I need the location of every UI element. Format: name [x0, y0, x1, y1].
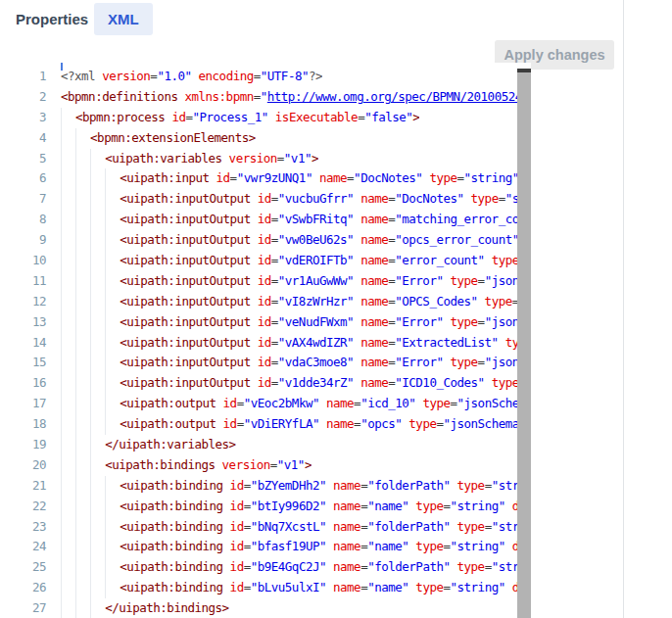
code-line-text: <uipath:input id="vwr9zUNQ1" name="DocNo… — [61, 168, 517, 189]
scrollbar-thumb[interactable] — [517, 69, 531, 618]
code-line[interactable]: 7<uipath:inputOutput id="vucbuGfrr" name… — [0, 189, 517, 210]
code-line[interactable]: 19</uipath:variables> — [0, 435, 517, 455]
code-line-text: <bpmn:process id="Process_1" isExecutabl… — [61, 108, 419, 128]
code-line-text: <uipath:inputOutput id="vAX4wdIZR" name=… — [61, 333, 517, 354]
editor-scrollbar[interactable] — [517, 63, 531, 618]
line-number: 9 — [0, 230, 46, 251]
indent-guide — [90, 455, 105, 476]
code-line-text: <uipath:inputOutput id="v1dde34rZ" name=… — [61, 373, 517, 394]
code-line[interactable]: 1<?xml version="1.0" encoding="UTF-8"?> — [0, 67, 517, 87]
indent-guide — [105, 557, 120, 578]
code-line[interactable]: 6<uipath:input id="vwr9zUNQ1" name="DocN… — [0, 168, 517, 189]
indent-guide — [75, 414, 90, 435]
indent-guide — [90, 557, 105, 578]
code-line-text: <uipath:binding id="bfasf19UP" name="nam… — [61, 537, 517, 557]
indent-guide — [61, 271, 75, 292]
line-number: 6 — [0, 168, 46, 189]
code-lines: 1<?xml version="1.0" encoding="UTF-8"?>2… — [0, 67, 517, 618]
code-line-text: <uipath:variables version="v1"> — [61, 149, 318, 169]
code-line-text: <uipath:inputOutput id="vr1AuGwWw" name=… — [61, 271, 517, 292]
indent-guide — [90, 230, 105, 251]
indent-guide — [61, 292, 75, 312]
indent-guide — [75, 149, 90, 169]
code-line[interactable]: 24<uipath:binding id="bfasf19UP" name="n… — [0, 537, 517, 557]
line-number: 26 — [0, 578, 46, 598]
code-line[interactable]: 18<uipath:output id="vDiERYfLA" name="op… — [0, 414, 517, 435]
code-line[interactable]: 2<bpmn:definitions xmlns:bpmn="http://ww… — [0, 87, 517, 108]
code-line[interactable]: 27</uipath:bindings> — [0, 598, 517, 618]
indent-guide — [75, 373, 90, 394]
indent-guide — [61, 210, 75, 230]
indent-guide — [61, 414, 75, 435]
code-line[interactable]: 23<uipath:binding id="bNq7XcstL" name="f… — [0, 517, 517, 538]
code-line-text: <uipath:binding id="bNq7XcstL" name="fol… — [61, 517, 517, 538]
code-line[interactable]: 21<uipath:binding id="bZYemDHh2" name="f… — [0, 476, 517, 497]
line-number: 5 — [0, 149, 46, 169]
code-line-text: <uipath:output id="vDiERYfLA" name="opcs… — [61, 414, 517, 435]
indent-guide — [61, 476, 75, 497]
tab-properties[interactable]: Properties — [2, 3, 102, 35]
code-line-text: <uipath:inputOutput id="vdEROIFTb" name=… — [61, 251, 517, 271]
indent-guide — [75, 271, 90, 292]
code-line-text: </uipath:bindings> — [61, 598, 229, 618]
code-line-text: <uipath:inputOutput id="veNudFWxm" name=… — [61, 312, 517, 333]
indent-guide — [90, 168, 105, 189]
code-line[interactable]: 11<uipath:inputOutput id="vr1AuGwWw" nam… — [0, 271, 517, 292]
indent-guide — [105, 373, 120, 394]
indent-guide — [105, 394, 120, 414]
code-line[interactable]: 8<uipath:inputOutput id="vSwbFRitq" name… — [0, 210, 517, 230]
indent-guide — [75, 292, 90, 312]
code-line[interactable]: 9<uipath:inputOutput id="vw0BeU62s" name… — [0, 230, 517, 251]
indent-guide — [61, 353, 75, 373]
indent-guide — [75, 517, 90, 538]
indent-guide — [105, 189, 120, 210]
indent-guide — [90, 149, 105, 169]
indent-guide — [90, 292, 105, 312]
code-line-text: <bpmn:definitions xmlns:bpmn="http://www… — [61, 87, 517, 108]
indent-guide — [105, 230, 120, 251]
line-number: 13 — [0, 312, 46, 333]
scrollbar-thumb-cap — [517, 69, 531, 72]
code-line[interactable]: 22<uipath:binding id="btIy996D2" name="n… — [0, 497, 517, 517]
xml-code-editor[interactable]: 1<?xml version="1.0" encoding="UTF-8"?>2… — [0, 63, 517, 618]
line-number: 17 — [0, 394, 46, 414]
line-number: 16 — [0, 373, 46, 394]
code-line[interactable]: 26<uipath:binding id="bLvu5ulxI" name="n… — [0, 578, 517, 598]
tab-xml[interactable]: XML — [94, 3, 153, 35]
code-line[interactable]: 14<uipath:inputOutput id="vAX4wdIZR" nam… — [0, 333, 517, 354]
indent-guide — [61, 537, 75, 557]
code-line[interactable]: 12<uipath:inputOutput id="vI8zWrHzr" nam… — [0, 292, 517, 312]
code-line[interactable]: 4<bpmn:extensionElements> — [0, 128, 517, 149]
code-line[interactable]: 15<uipath:inputOutput id="vdaC3moe8" nam… — [0, 353, 517, 373]
indent-guide — [75, 168, 90, 189]
indent-guide — [61, 251, 75, 271]
indent-guide — [75, 537, 90, 557]
code-line[interactable]: 3<bpmn:process id="Process_1" isExecutab… — [0, 108, 517, 128]
text-cursor — [61, 63, 63, 71]
code-line[interactable]: 17<uipath:output id="vEoc2bMkw" name="ic… — [0, 394, 517, 414]
indent-guide — [90, 394, 105, 414]
indent-guide — [105, 271, 120, 292]
code-line[interactable]: 20<uipath:bindings version="v1"> — [0, 455, 517, 476]
code-line[interactable]: 10<uipath:inputOutput id="vdEROIFTb" nam… — [0, 251, 517, 271]
code-line-text: <uipath:binding id="btIy996D2" name="nam… — [61, 497, 517, 517]
code-line-text: <?xml version="1.0" encoding="UTF-8"?> — [61, 67, 322, 87]
indent-guide — [75, 476, 90, 497]
indent-guide — [90, 476, 105, 497]
indent-guide — [105, 497, 120, 517]
line-number: 25 — [0, 557, 46, 578]
code-line[interactable]: 16<uipath:inputOutput id="v1dde34rZ" nam… — [0, 373, 517, 394]
indent-guide — [105, 537, 120, 557]
indent-guide — [90, 537, 105, 557]
line-number: 11 — [0, 271, 46, 292]
line-number: 4 — [0, 128, 46, 149]
code-line[interactable]: 13<uipath:inputOutput id="veNudFWxm" nam… — [0, 312, 517, 333]
indent-guide — [90, 598, 105, 618]
side-toolbar — [624, 0, 672, 618]
code-line-text: <bpmn:extensionElements> — [61, 128, 256, 149]
indent-guide — [61, 312, 75, 333]
indent-guide — [105, 210, 120, 230]
code-line[interactable]: 25<uipath:binding id="b9E4GqC2J" name="f… — [0, 557, 517, 578]
indent-guide — [61, 108, 75, 128]
code-line[interactable]: 5<uipath:variables version="v1"> — [0, 149, 517, 169]
